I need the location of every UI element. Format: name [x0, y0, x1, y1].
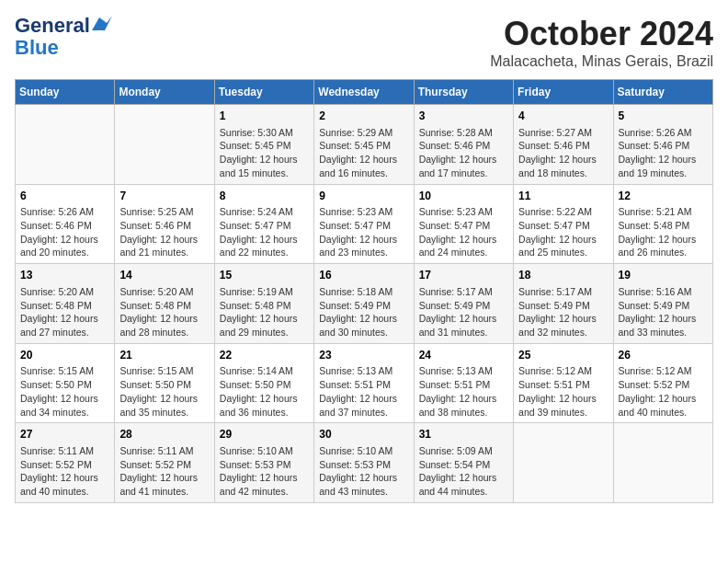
day-number: 14 [119, 268, 209, 283]
calendar-cell: 26Sunrise: 5:12 AMSunset: 5:52 PMDayligh… [613, 343, 712, 423]
svg-marker-0 [92, 16, 112, 30]
day-info: Sunrise: 5:11 AMSunset: 5:52 PMDaylight:… [20, 444, 109, 499]
day-info: Sunrise: 5:20 AMSunset: 5:48 PMDaylight:… [119, 285, 209, 339]
calendar-cell: 19Sunrise: 5:16 AMSunset: 5:49 PMDayligh… [613, 264, 712, 344]
day-number: 17 [419, 268, 508, 283]
day-number: 2 [319, 109, 408, 124]
calendar-cell: 16Sunrise: 5:18 AMSunset: 5:49 PMDayligh… [314, 264, 414, 344]
calendar-cell: 31Sunrise: 5:09 AMSunset: 5:54 PMDayligh… [414, 423, 513, 503]
day-info: Sunrise: 5:11 AMSunset: 5:52 PMDaylight:… [119, 444, 209, 499]
weekday-header: Sunday [16, 80, 115, 105]
calendar-cell: 2Sunrise: 5:29 AMSunset: 5:45 PMDaylight… [314, 105, 414, 185]
calendar-cell [115, 105, 214, 185]
day-number: 11 [518, 189, 608, 204]
day-number: 27 [20, 427, 109, 442]
logo-general: General [15, 15, 90, 37]
calendar-cell: 24Sunrise: 5:13 AMSunset: 5:51 PMDayligh… [414, 343, 513, 423]
day-number: 6 [20, 189, 109, 204]
day-info: Sunrise: 5:27 AMSunset: 5:46 PMDaylight:… [518, 126, 608, 180]
weekday-header: Wednesday [314, 80, 414, 105]
day-number: 3 [419, 109, 508, 124]
day-number: 24 [419, 348, 508, 363]
day-info: Sunrise: 5:30 AMSunset: 5:45 PMDaylight:… [220, 126, 309, 180]
day-number: 13 [20, 268, 109, 283]
day-info: Sunrise: 5:24 AMSunset: 5:47 PMDaylight:… [220, 205, 309, 259]
day-info: Sunrise: 5:19 AMSunset: 5:48 PMDaylight:… [220, 285, 309, 339]
day-number: 23 [319, 348, 408, 363]
day-number: 20 [20, 348, 109, 363]
day-number: 28 [119, 427, 209, 442]
calendar-cell: 30Sunrise: 5:10 AMSunset: 5:53 PMDayligh… [314, 423, 414, 503]
day-number: 16 [319, 268, 408, 283]
day-info: Sunrise: 5:22 AMSunset: 5:47 PMDaylight:… [518, 205, 608, 259]
day-info: Sunrise: 5:12 AMSunset: 5:51 PMDaylight:… [518, 364, 608, 419]
day-info: Sunrise: 5:17 AMSunset: 5:49 PMDaylight:… [518, 285, 608, 339]
calendar-cell: 4Sunrise: 5:27 AMSunset: 5:46 PMDaylight… [514, 105, 613, 185]
calendar-cell [613, 423, 712, 503]
calendar-title: October 2024 [490, 15, 713, 53]
calendar-cell [16, 105, 115, 185]
day-info: Sunrise: 5:29 AMSunset: 5:45 PMDaylight:… [319, 126, 408, 180]
day-info: Sunrise: 5:26 AMSunset: 5:46 PMDaylight:… [20, 205, 109, 259]
day-info: Sunrise: 5:23 AMSunset: 5:47 PMDaylight:… [319, 205, 408, 259]
day-number: 29 [220, 427, 309, 442]
calendar-cell: 11Sunrise: 5:22 AMSunset: 5:47 PMDayligh… [514, 184, 613, 264]
day-info: Sunrise: 5:10 AMSunset: 5:53 PMDaylight:… [220, 444, 309, 499]
logo: General Blue [15, 15, 112, 59]
weekday-header: Friday [514, 80, 613, 105]
calendar-header-row: SundayMondayTuesdayWednesdayThursdayFrid… [16, 80, 713, 105]
day-info: Sunrise: 5:16 AMSunset: 5:49 PMDaylight:… [619, 285, 708, 339]
calendar-cell: 7Sunrise: 5:25 AMSunset: 5:46 PMDaylight… [115, 184, 214, 264]
calendar-cell: 13Sunrise: 5:20 AMSunset: 5:48 PMDayligh… [16, 264, 115, 344]
calendar-cell: 28Sunrise: 5:11 AMSunset: 5:52 PMDayligh… [115, 423, 214, 503]
day-info: Sunrise: 5:17 AMSunset: 5:49 PMDaylight:… [419, 285, 508, 339]
day-info: Sunrise: 5:12 AMSunset: 5:52 PMDaylight:… [619, 364, 708, 419]
logo-blue: Blue [15, 37, 59, 59]
day-number: 15 [220, 268, 309, 283]
calendar-cell: 25Sunrise: 5:12 AMSunset: 5:51 PMDayligh… [514, 343, 613, 423]
day-info: Sunrise: 5:15 AMSunset: 5:50 PMDaylight:… [20, 364, 109, 419]
day-info: Sunrise: 5:15 AMSunset: 5:50 PMDaylight:… [119, 364, 209, 419]
day-info: Sunrise: 5:26 AMSunset: 5:46 PMDaylight:… [619, 126, 708, 180]
calendar-subtitle: Malacacheta, Minas Gerais, Brazil [490, 53, 713, 70]
calendar-table: SundayMondayTuesdayWednesdayThursdayFrid… [15, 79, 713, 503]
day-info: Sunrise: 5:20 AMSunset: 5:48 PMDaylight:… [20, 285, 109, 339]
day-number: 26 [619, 348, 708, 363]
day-number: 25 [518, 348, 608, 363]
calendar-cell: 10Sunrise: 5:23 AMSunset: 5:47 PMDayligh… [414, 184, 513, 264]
day-number: 30 [319, 427, 408, 442]
logo-bird-icon [92, 14, 112, 34]
calendar-cell: 1Sunrise: 5:30 AMSunset: 5:45 PMDaylight… [214, 105, 313, 185]
weekday-header: Thursday [414, 80, 513, 105]
day-number: 22 [220, 348, 309, 363]
calendar-cell: 23Sunrise: 5:13 AMSunset: 5:51 PMDayligh… [314, 343, 414, 423]
day-info: Sunrise: 5:09 AMSunset: 5:54 PMDaylight:… [419, 444, 508, 499]
calendar-cell: 8Sunrise: 5:24 AMSunset: 5:47 PMDaylight… [214, 184, 313, 264]
calendar-cell: 18Sunrise: 5:17 AMSunset: 5:49 PMDayligh… [514, 264, 613, 344]
day-info: Sunrise: 5:10 AMSunset: 5:53 PMDaylight:… [319, 444, 408, 499]
calendar-cell: 14Sunrise: 5:20 AMSunset: 5:48 PMDayligh… [115, 264, 214, 344]
day-number: 12 [619, 189, 708, 204]
day-info: Sunrise: 5:23 AMSunset: 5:47 PMDaylight:… [419, 205, 508, 259]
day-info: Sunrise: 5:25 AMSunset: 5:46 PMDaylight:… [119, 205, 209, 259]
calendar-cell: 15Sunrise: 5:19 AMSunset: 5:48 PMDayligh… [214, 264, 313, 344]
calendar-week-row: 27Sunrise: 5:11 AMSunset: 5:52 PMDayligh… [16, 423, 713, 503]
day-number: 8 [220, 189, 309, 204]
day-number: 18 [518, 268, 608, 283]
calendar-week-row: 1Sunrise: 5:30 AMSunset: 5:45 PMDaylight… [16, 105, 713, 185]
page-header: General Blue October 2024 Malacacheta, M… [15, 15, 713, 70]
calendar-week-row: 20Sunrise: 5:15 AMSunset: 5:50 PMDayligh… [16, 343, 713, 423]
calendar-cell: 29Sunrise: 5:10 AMSunset: 5:53 PMDayligh… [214, 423, 313, 503]
calendar-cell: 21Sunrise: 5:15 AMSunset: 5:50 PMDayligh… [115, 343, 214, 423]
day-number: 5 [619, 109, 708, 124]
weekday-header: Monday [115, 80, 214, 105]
calendar-cell: 6Sunrise: 5:26 AMSunset: 5:46 PMDaylight… [16, 184, 115, 264]
day-info: Sunrise: 5:18 AMSunset: 5:49 PMDaylight:… [319, 285, 408, 339]
calendar-week-row: 13Sunrise: 5:20 AMSunset: 5:48 PMDayligh… [16, 264, 713, 344]
day-info: Sunrise: 5:28 AMSunset: 5:46 PMDaylight:… [419, 126, 508, 180]
day-info: Sunrise: 5:13 AMSunset: 5:51 PMDaylight:… [419, 364, 508, 419]
calendar-cell: 12Sunrise: 5:21 AMSunset: 5:48 PMDayligh… [613, 184, 712, 264]
calendar-cell: 9Sunrise: 5:23 AMSunset: 5:47 PMDaylight… [314, 184, 414, 264]
calendar-cell [514, 423, 613, 503]
day-number: 4 [518, 109, 608, 124]
